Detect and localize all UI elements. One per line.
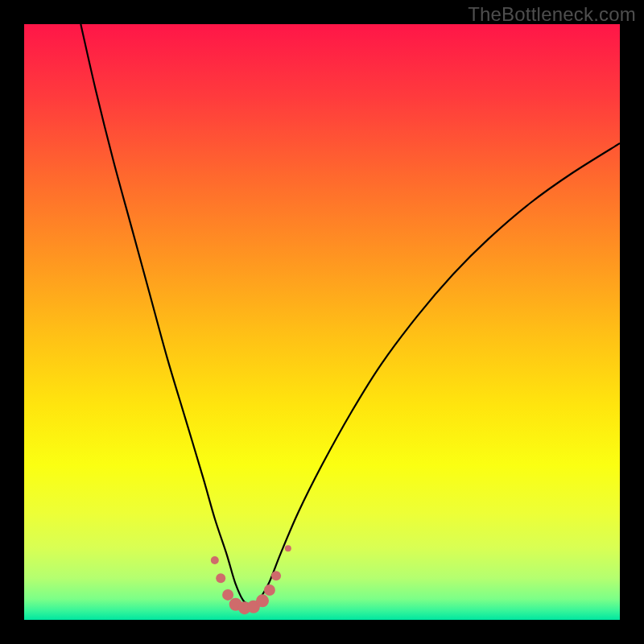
bubble-point [216, 573, 225, 583]
chart-frame: TheBottleneck.com [0, 0, 644, 644]
watermark-text: TheBottleneck.com [468, 3, 636, 26]
bubble-point [285, 545, 291, 551]
chart-svg [24, 24, 620, 620]
gradient-background [24, 24, 620, 620]
plot-area [24, 24, 620, 620]
bubble-point [222, 589, 233, 601]
bubble-point [211, 556, 219, 564]
bubble-point [256, 594, 269, 607]
bubble-point [264, 584, 275, 596]
bubble-point [271, 571, 281, 580]
